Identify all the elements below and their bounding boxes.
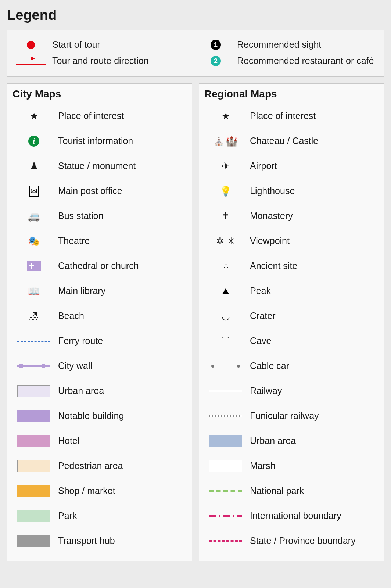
legend-item: Urban area (12, 379, 187, 404)
legend-item: Peak (204, 279, 379, 304)
legend-item: ✈Airport (204, 154, 379, 179)
label: Tour and route direction (52, 55, 149, 67)
legend-item-label: Place of interest (58, 110, 124, 122)
legend-item-label: Park (58, 510, 77, 521)
intl-boundary-line-icon (209, 515, 242, 517)
legend-item-label: Tourist information (58, 135, 133, 147)
legend-item-label: Urban area (58, 385, 104, 397)
legend-item-rec-sight: 1 Recommended sight (197, 37, 379, 53)
info-icon: i (28, 136, 39, 147)
cathedral-icon (27, 261, 41, 271)
legend-item-label: Pedestrian area (58, 460, 123, 472)
legend-item-label: Main library (58, 285, 105, 297)
legend-item-label: Transport hub (58, 535, 115, 546)
label: Recommended restaurant or café (237, 55, 374, 67)
legend-heading: Legend (7, 7, 384, 23)
legend-item-label: Railway (250, 385, 282, 397)
legend-item-label: National park (250, 485, 304, 496)
legend-item-label: Ancient site (250, 260, 297, 272)
color-swatch-icon (17, 410, 50, 422)
legend-item-label: Ferry route (58, 335, 103, 347)
legend-item: ★Place of interest (12, 104, 187, 129)
legend-item-label: Viewpoint (250, 235, 290, 247)
ancient-icon: ∴ (223, 261, 228, 271)
number-circle-icon: 1 (211, 40, 221, 50)
legend-item-label: Statue / monument (58, 160, 136, 172)
regional-maps-title: Regional Maps (204, 88, 379, 100)
color-swatch-icon (17, 510, 50, 522)
railway-line-icon (209, 390, 242, 392)
city-maps-title: City Maps (12, 88, 187, 100)
city-maps-column: City Maps ★Place of interestiTourist inf… (7, 83, 192, 561)
legend-item: State / Province boundary (204, 528, 379, 553)
legend-item-label: Bus station (58, 210, 104, 222)
national-park-line-icon (209, 490, 242, 492)
legend-item-label: Cave (250, 335, 271, 347)
legend-item-label: Peak (250, 285, 271, 297)
cablecar-line-icon (209, 364, 242, 368)
castle-icon: ⛪ 🏰 (214, 136, 237, 147)
legend-item: Cable car (204, 354, 379, 379)
color-swatch-icon (17, 435, 50, 447)
legend-item-label: Monastery (250, 210, 293, 222)
legend-item-start-tour: Start of tour (12, 37, 194, 53)
legend-item-label: City wall (58, 360, 92, 372)
legend-item: ★Place of interest (204, 104, 379, 129)
legend-item-rec-restaurant: 2 Recommended restaurant or café (197, 53, 379, 69)
label: Start of tour (52, 39, 100, 50)
legend-item-label: State / Province boundary (250, 535, 356, 546)
library-icon: 📖 (28, 286, 40, 297)
legend-item-label: Funicular railway (250, 410, 319, 422)
marsh-icon (209, 460, 242, 472)
legend-item-label: Lighthouse (250, 185, 295, 197)
color-swatch-icon (17, 460, 50, 472)
legend-item-label: Cable car (250, 360, 289, 372)
star-icon: ★ (30, 111, 38, 122)
crater-icon: ◡ (222, 311, 230, 322)
legend-item-label: Crater (250, 310, 275, 322)
post-icon: ✉ (29, 186, 39, 197)
legend-top-section: Start of tour Tour and route direction 1… (7, 30, 384, 77)
legend-item: Hotel (12, 429, 187, 453)
legend-item: ◡Crater (204, 304, 379, 329)
legend-item: ✲ ✳Viewpoint (204, 229, 379, 254)
start-dot-icon (27, 41, 35, 49)
viewpoint-icon: ✲ ✳ (216, 236, 235, 247)
color-swatch-icon (17, 385, 50, 397)
regional-maps-column: Regional Maps ★Place of interest⛪ 🏰Chate… (199, 83, 384, 561)
legend-item-label: Theatre (58, 235, 90, 247)
color-swatch-icon (17, 485, 50, 497)
legend-item: Cathedral or church (12, 254, 187, 279)
statue-icon: ♟ (30, 161, 38, 172)
legend-item: Park (12, 503, 187, 528)
theatre-icon: 🎭 (28, 236, 40, 247)
legend-item: ✉Main post office (12, 179, 187, 204)
legend-item: International boundary (204, 503, 379, 528)
legend-item-tour-route: Tour and route direction (12, 53, 194, 69)
legend-item: Pedestrian area (12, 453, 187, 478)
ferry-line-icon (17, 341, 50, 342)
label: Recommended sight (237, 39, 321, 50)
legend-item-label: Chateau / Castle (250, 135, 318, 147)
legend-item-label: International boundary (250, 510, 341, 521)
beach-icon: 🏖 (29, 311, 39, 322)
legend-item-label: Place of interest (250, 110, 316, 122)
legend-item: Urban area (204, 429, 379, 453)
color-swatch-icon (17, 535, 50, 547)
route-arrow-icon (16, 57, 46, 65)
lighthouse-icon: 💡 (220, 186, 232, 197)
legend-item-label: Cathedral or church (58, 260, 139, 272)
legend-item-label: Urban area (250, 435, 296, 447)
airport-icon: ✈ (222, 161, 230, 172)
legend-item: Railway (204, 379, 379, 404)
legend-item: 🏖Beach (12, 304, 187, 329)
legend-item: Funicular railway (204, 404, 379, 429)
star-icon: ★ (222, 111, 230, 122)
legend-item: ♟Statue / monument (12, 154, 187, 179)
legend-item-label: Main post office (58, 185, 122, 197)
legend-item: Marsh (204, 453, 379, 478)
legend-item: 🎭Theatre (12, 229, 187, 254)
legend-item: National park (204, 478, 379, 503)
legend-item-label: Shop / market (58, 485, 115, 496)
cave-icon: ⌒ (221, 335, 230, 348)
